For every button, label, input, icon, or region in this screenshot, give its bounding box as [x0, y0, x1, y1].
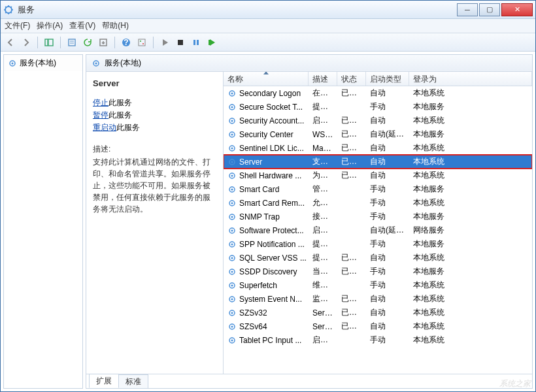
svg-rect-12: [178, 40, 183, 45]
help-button[interactable]: ?: [119, 35, 133, 50]
service-row[interactable]: Security CenterWSC...已启动自动(延迟...本地服务: [224, 127, 532, 141]
cell-startup: 自动: [366, 88, 409, 99]
service-row[interactable]: System Event N...监视...已启动自动本地系统: [224, 292, 532, 306]
cell-startup: 自动: [366, 307, 409, 318]
toolbar: ?: [1, 33, 535, 52]
cell-logon: 本地系统: [409, 293, 532, 304]
col-header-status[interactable]: 状态: [337, 72, 366, 86]
cell-name: Smart Card: [224, 185, 309, 194]
cell-logon: 本地系统: [409, 197, 532, 208]
tree-pane[interactable]: 服务(本地): [3, 54, 83, 389]
service-row[interactable]: Server支持...已启动自动本地系统: [224, 155, 532, 169]
cell-logon: 本地系统: [409, 321, 532, 332]
cell-name: SZSv32: [224, 308, 309, 318]
right-pane: 服务(本地) Server 停止此服务 暂停此服务 重启动此服务 描述: 支持此…: [86, 54, 533, 389]
nav-back-button[interactable]: [3, 35, 18, 50]
bottom-tabs: 扩展 标准: [86, 374, 532, 388]
service-row[interactable]: Secondary Logon在不...已启动自动本地系统: [224, 86, 532, 100]
svg-point-37: [231, 202, 233, 204]
service-row[interactable]: Security Account...启动...已启动自动本地系统: [224, 114, 532, 127]
gear-icon: [227, 157, 237, 167]
col-header-name[interactable]: 名称: [224, 72, 309, 86]
svg-point-53: [231, 312, 233, 314]
service-row[interactable]: Tablet PC Input ...启用 ...手动本地系统: [224, 333, 532, 347]
service-row[interactable]: Superfetch维护...手动本地系统: [224, 278, 532, 292]
cell-name: Security Center: [224, 130, 309, 139]
cell-status: 已启动: [337, 252, 366, 263]
refresh-button[interactable]: [80, 35, 95, 50]
desc-text: 支持此计算机通过网络的文件、打印、和命名管道共享。如果服务停止，这些功能不可用。…: [93, 156, 218, 215]
service-row[interactable]: Sentinel LDK Lic...Man...已启动自动本地系统: [224, 141, 532, 155]
cell-logon: 本地系统: [409, 280, 532, 291]
cell-status: 已启动: [337, 156, 366, 167]
gear-icon: [227, 308, 237, 318]
cell-desc: 当发...: [309, 266, 337, 277]
svg-point-23: [231, 106, 233, 108]
service-row[interactable]: Smart Card管理...手动本地服务: [224, 182, 532, 196]
svg-point-21: [231, 92, 233, 94]
cell-status: 已启动: [337, 307, 366, 318]
cell-desc: 支持...: [309, 156, 337, 167]
cell-desc: 接收...: [309, 211, 337, 222]
stop-service-link[interactable]: 停止: [93, 98, 109, 107]
service-row[interactable]: Smart Card Rem...允许...手动本地系统: [224, 196, 532, 210]
col-header-desc[interactable]: 描述: [309, 72, 337, 86]
action-button[interactable]: [135, 35, 149, 50]
gear-icon: [227, 336, 237, 345]
properties-button[interactable]: [65, 35, 79, 50]
svg-rect-15: [209, 40, 210, 45]
menu-help[interactable]: 帮助(H): [102, 20, 129, 31]
service-rows[interactable]: Secondary Logon在不...已启动自动本地系统Secure Sock…: [224, 86, 532, 374]
cell-logon: 本地系统: [409, 142, 532, 154]
nav-forward-button[interactable]: [19, 35, 33, 50]
cell-desc: 允许...: [309, 197, 337, 208]
pause-service-link[interactable]: 暂停: [93, 110, 109, 120]
service-row[interactable]: SPP Notification ...提供...手动本地服务: [224, 237, 532, 251]
close-button[interactable]: ✕: [501, 3, 533, 16]
toolbar-separator: [37, 37, 38, 48]
cell-name: Superfetch: [224, 281, 309, 290]
link-suffix: 此服务: [109, 98, 132, 107]
service-row[interactable]: SNMP Trap接收...手动本地服务: [224, 210, 532, 223]
export-list-button[interactable]: [96, 35, 110, 50]
svg-rect-9: [139, 39, 145, 46]
restart-service-link[interactable]: 重启动: [93, 123, 116, 132]
service-row[interactable]: Secure Socket T...提供...手动本地服务: [224, 100, 532, 114]
menubar: 文件(F) 操作(A) 查看(V) 帮助(H): [1, 19, 535, 33]
col-header-logon[interactable]: 登录为: [409, 72, 532, 86]
services-icon: [3, 5, 14, 15]
service-row[interactable]: SQL Server VSS ...提供...已启动自动本地系统: [224, 251, 532, 265]
svg-point-11: [142, 43, 144, 44]
cell-desc: 提供...: [309, 101, 337, 112]
stop-service-button[interactable]: [173, 35, 188, 50]
minimize-button[interactable]: ─: [457, 3, 478, 16]
col-header-startup[interactable]: 启动类型: [366, 72, 409, 86]
start-service-button[interactable]: [158, 35, 172, 50]
menu-view[interactable]: 查看(V): [69, 20, 95, 31]
service-row[interactable]: Software Protect...启用 ...自动(延迟...网络服务: [224, 223, 532, 237]
menu-file[interactable]: 文件(F): [5, 20, 30, 31]
tab-standard[interactable]: 标准: [118, 374, 148, 388]
cell-name: Secondary Logon: [224, 89, 309, 98]
gear-icon: [227, 281, 237, 290]
titlebar[interactable]: 服务 ─ ▢ ✕: [1, 1, 535, 19]
service-row[interactable]: Shell Hardware ...为自...已启动自动本地系统: [224, 169, 532, 182]
tab-extended[interactable]: 扩展: [89, 374, 119, 388]
show-hide-tree-button[interactable]: [42, 35, 56, 50]
pause-service-button[interactable]: [189, 35, 203, 50]
service-row[interactable]: SZSv64Servi...已启动自动本地系统: [224, 319, 532, 333]
service-row[interactable]: SZSv32Servi...已启动自动本地系统: [224, 306, 532, 319]
restart-service-button[interactable]: [205, 35, 219, 50]
list-pane: 名称 描述 状态 启动类型 登录为 Secondary Logon在不...已启…: [224, 72, 532, 374]
detail-pane: Server 停止此服务 暂停此服务 重启动此服务 描述: 支持此计算机通过网络…: [86, 72, 224, 374]
tree-root-item[interactable]: 服务(本地): [4, 55, 82, 71]
maximize-button[interactable]: ▢: [479, 3, 500, 16]
cell-status: 已启动: [337, 142, 366, 154]
cell-startup: 手动: [366, 266, 409, 277]
cell-name: Security Account...: [224, 116, 309, 125]
menu-action[interactable]: 操作(A): [37, 20, 63, 31]
cell-logon: 本地系统: [409, 115, 532, 126]
cell-name: SZSv64: [224, 322, 309, 331]
gear-icon: [227, 144, 237, 153]
service-row[interactable]: SSDP Discovery当发...已启动手动本地服务: [224, 265, 532, 278]
